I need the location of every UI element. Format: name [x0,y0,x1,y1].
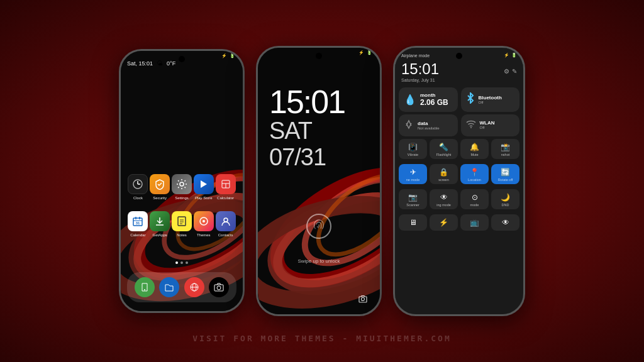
home-date: Sat, 15:01 [127,60,153,67]
app-calendar[interactable]: 31 Calendar [127,211,149,237]
ctrl-screen2[interactable]: 📺 [460,214,489,231]
app-security-label: Security [153,196,167,200]
dot-1 [175,261,178,264]
app-settings[interactable]: Settings [171,174,193,200]
app-grid: Clock Security Settings [121,174,243,248]
lock-hour: 15:01 [269,85,345,118]
app-playstore[interactable]: Play Store [192,174,214,200]
dnd-icon: 🌙 [501,193,510,202]
svg-point-28 [144,289,145,290]
mode-icon: ⊙ [472,193,478,202]
phone-3: Airplane mode ⚡ 🔋 15:01 Saturday, July 3… [393,46,525,316]
dock-files[interactable] [159,277,179,297]
ctrl-flashlight[interactable]: 🔦 Flashlight [430,139,458,159]
reading-label: ing mode [436,203,451,207]
lock-date: 07/31 [269,145,345,171]
control-center: Airplane mode ⚡ 🔋 15:01 Saturday, July 3… [395,48,523,314]
ctrl-mute[interactable]: 🔔 Mute [460,139,489,159]
control-tiles-row2: data Not available WLAN [395,114,523,136]
ctrl-charge-icon: ⚡ [504,53,509,58]
lock-day: SAT [269,118,345,145]
svg-point-26 [203,220,205,222]
rotate-icon: 🔄 [501,168,510,177]
mute-icon: 🔔 [470,143,479,151]
phone-2-screen: ⚡ 🔋 15:01 SAT 07/31 Swipe up [258,48,380,314]
ctrl-tile-data[interactable]: data Not available [399,114,458,136]
ctrl-vibrate[interactable]: 📳 Vibrate [399,139,427,159]
phone-2: ⚡ 🔋 15:01 SAT 07/31 Swipe up [256,46,382,316]
lock-battery-icon: 🔋 [367,50,372,55]
ctrl-mode[interactable]: ⊙ mode [460,189,489,209]
app-clock-label: Clock [133,196,143,200]
eye-icon: 👁 [502,218,509,227]
control-time-row: 15:01 Saturday, July 31 ⚙ ✎ [395,60,523,87]
flashlight-icon: 🔦 [439,143,448,151]
ctrl-rotate[interactable]: 🔄 Rotate off [491,164,519,184]
control-date-sub: Saturday, July 31 [401,78,439,82]
app-row-1: Clock Security Settings [127,174,236,200]
vibrate-label: Vibrate [408,153,418,156]
control-time-group: 15:01 Saturday, July 31 [401,60,439,82]
rotate-label: Rotate off [498,178,513,182]
app-contacts[interactable]: Contacts [214,211,236,237]
data-title: data [418,121,440,126]
lock-charge-icon: ⚡ [358,50,364,55]
ctrl-location[interactable]: 📍 Location [460,164,489,184]
dock-browser[interactable] [184,277,204,297]
app-row-2: 31 Calendar GetApps Notes [127,211,236,237]
dnd-label: DND [502,203,509,207]
svg-point-10 [180,182,184,186]
dock [127,272,236,302]
ctrl-eye[interactable]: 👁 [491,214,519,231]
ctrl-airplane[interactable]: ✈ ne mode [399,164,427,184]
app-notes[interactable]: Notes [171,211,193,237]
svg-rect-21 [178,217,186,226]
app-contacts-label: Contacts [218,233,233,237]
control-tiles-row1: 💧 month 2.06 GB [395,87,523,112]
app-getapps-label: GetApps [153,233,167,237]
ctrl-cast[interactable]: 🖥 [399,214,427,231]
weather-icon: 🌤 [157,60,163,67]
watermark: VISIT FOR MORE THEMES - MIUITHEMER.COM [192,334,451,343]
lock-time: 15:01 SAT 07/31 [269,85,345,171]
ctrl-small-row2: ✈ ne mode 🔒 screen 📍 Location 🔄 Rotate o… [395,162,523,187]
ctrl-tile-wlan[interactable]: WLAN Off [461,114,520,136]
bluetooth-title: Bluetooth [479,95,502,101]
dock-camera[interactable] [209,277,229,297]
app-settings-label: Settings [175,196,189,200]
ctrl-lock-screen[interactable]: 🔒 screen [430,164,458,184]
control-time: 15:01 [401,60,439,78]
ctrl-tile-bluetooth[interactable]: Bluetooth Off [461,87,520,112]
lock-camera-icon[interactable] [358,295,367,305]
reading-icon: 👁 [440,193,448,202]
ctrl-edit-icon-2[interactable]: ✎ [512,68,517,75]
ctrl-dnd[interactable]: 🌙 DND [491,189,519,209]
dot-2 [180,261,183,264]
bluetooth-sub: Off [479,101,502,104]
ctrl-scanner[interactable]: 📷 Scanner [399,189,427,209]
ctrl-reading[interactable]: 👁 ing mode [430,189,458,209]
app-calculator[interactable]: Calculator [214,174,236,200]
app-getapps[interactable]: GetApps [149,211,171,237]
ctrl-tile-storage[interactable]: 💧 month 2.06 GB [399,87,458,112]
screen2-icon: 📺 [470,218,479,227]
wlan-sub: Off [480,126,495,129]
fingerprint-button[interactable] [306,214,331,239]
app-clock[interactable]: Clock [127,174,149,200]
phone-1-screen: ⚡ 🔋 Sat, 15:01 🌤 0°F Clock [121,51,243,311]
app-security[interactable]: Security [149,174,171,200]
lock-screen-label: screen [438,178,449,182]
storage-val: 2.06 GB [420,98,448,107]
dock-phone[interactable] [135,277,155,297]
ctrl-edit-icon-1[interactable]: ⚙ [504,68,509,75]
dot-3 [186,261,188,264]
scanner-icon: 📷 [408,193,418,202]
page-dots [121,261,243,264]
location-icon: 📍 [470,168,479,177]
ctrl-screenshot[interactable]: 📸 nshot [491,139,519,159]
save-icon: ⚡ [221,53,227,58]
app-themes[interactable]: Themes [192,211,214,237]
flashlight-label: Flashlight [436,153,452,156]
ctrl-battery2[interactable]: ⚡ [430,214,458,231]
bluetooth-icon [466,92,475,106]
